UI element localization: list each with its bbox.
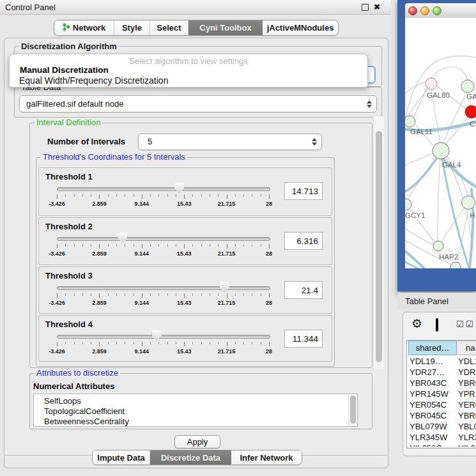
minor-tick [91, 194, 91, 197]
minor-tick [91, 342, 91, 344]
close-window-icon[interactable] [408, 6, 417, 15]
attributes-scrollbar-thumb[interactable] [350, 395, 356, 424]
tab-network[interactable]: Network [54, 20, 114, 35]
slider-handle-2[interactable] [118, 233, 127, 243]
tab-discretize-data[interactable]: Discretize Data [150, 450, 231, 464]
slider-track-3[interactable] [57, 286, 270, 290]
minor-tick [243, 293, 244, 296]
float-window-icon[interactable] [362, 4, 369, 11]
tab-select[interactable]: Select [150, 20, 188, 35]
major-tick [57, 194, 58, 199]
table-row[interactable]: YER054CYER0 [408, 399, 476, 410]
column-header-shared-name[interactable]: shared… [408, 341, 457, 355]
threshold-value-field-2[interactable]: 6.316 [284, 232, 323, 250]
table-row[interactable]: YPR145WYPR1 [408, 388, 476, 399]
cell-shared-name[interactable]: YDL19… [408, 356, 457, 367]
table-row[interactable]: YDR27…YDR2 [408, 367, 476, 378]
tick-label: -3.426 [49, 250, 65, 257]
minor-tick [210, 293, 210, 296]
cell-name[interactable]: YDL1 [457, 356, 476, 367]
node-label-hap2: HAP2 [439, 253, 458, 261]
minor-tick [167, 244, 168, 247]
slider-track-4[interactable] [57, 335, 270, 339]
attribute-list-item[interactable]: BetweennessCentrality [34, 417, 357, 427]
cell-name[interactable]: YLR3 [457, 432, 476, 443]
network-edge [405, 152, 436, 165]
threshold-value-field-4[interactable]: 11.344 [284, 330, 323, 348]
table-hscrollbar-thumb[interactable] [410, 448, 473, 449]
cell-name[interactable]: YBL0 [457, 421, 476, 432]
menu-item-equal-width-frequency[interactable]: Equal Width/Frequency Discretization [19, 75, 168, 86]
slider-handle-4[interactable] [152, 330, 162, 341]
table-data-combobox[interactable]: galFiltered.sif default node [19, 95, 377, 112]
h-node[interactable] [462, 196, 475, 210]
settings-scrollbar[interactable] [373, 116, 384, 369]
attributes-list-scrollbar[interactable] [348, 394, 357, 426]
threshold-value-field-1[interactable]: 14.713 [284, 182, 323, 200]
tab-infer-network[interactable]: Infer Network [231, 450, 302, 464]
hap2-node[interactable] [433, 241, 443, 251]
cell-name[interactable]: YPR1 [457, 388, 476, 399]
tab-impute-data[interactable]: Impute Data [93, 450, 150, 464]
cell-name[interactable]: YDR2 [457, 367, 476, 378]
table-row[interactable]: YLR345WYLR3 [408, 432, 476, 443]
cell-shared-name[interactable]: YBR043C [408, 378, 457, 388]
cell-shared-name[interactable]: YBR045C [408, 410, 457, 421]
cell-shared-name[interactable]: YBL079W [408, 421, 457, 432]
checkbox-checked-icon[interactable]: ☑ [466, 320, 473, 328]
threshold-value-field-3[interactable]: 21.4 [284, 281, 323, 299]
pink-node[interactable] [426, 78, 437, 89]
table-row[interactable]: YBR045CYBR0 [408, 410, 476, 421]
cell-shared-name[interactable]: YDR27… [408, 367, 457, 378]
network-canvas[interactable]: GAL80GACGAL11GAL4GCY1HHAP2 [405, 18, 476, 268]
cell-name[interactable]: YBR0 [457, 410, 476, 421]
minor-tick [218, 342, 219, 344]
table-row[interactable]: YBR043CYBR0 [408, 378, 476, 388]
minor-tick [108, 194, 109, 197]
split-columns-icon[interactable] [436, 318, 438, 332]
left-green[interactable] [405, 116, 415, 127]
attribute-list-item[interactable]: SelfLoops [34, 396, 357, 406]
bottom-node[interactable] [450, 262, 461, 268]
tab-cyni-toolbox[interactable]: Cyni Toolbox [188, 20, 263, 35]
attribute-list-item[interactable]: TopologicalCoefficient [34, 406, 357, 417]
minimize-window-icon[interactable] [420, 6, 429, 15]
table-hscrollbar[interactable] [407, 447, 476, 449]
gcy1-node[interactable] [405, 199, 411, 210]
panel-divider[interactable] [391, 0, 397, 476]
cell-name[interactable]: YER0 [457, 399, 476, 410]
cell-shared-name[interactable]: YPR145W [408, 388, 457, 399]
table-row[interactable]: YBL079WYBL0 [408, 421, 476, 432]
table-row[interactable]: YDL19…YDL1 [408, 356, 476, 367]
zoom-window-icon[interactable] [433, 6, 441, 15]
tab-style[interactable]: Style [114, 20, 150, 35]
cell-name[interactable]: YBR0 [457, 378, 476, 388]
red-node[interactable] [465, 105, 476, 118]
top-green[interactable] [461, 80, 474, 93]
apply-button[interactable]: Apply [174, 435, 220, 449]
column-header-name[interactable]: na [457, 341, 476, 355]
settings-scrollbar-thumb[interactable] [376, 131, 382, 362]
minor-tick [134, 244, 134, 247]
network-graph: GAL80GACGAL11GAL4GCY1HHAP2 [405, 18, 476, 268]
minor-tick [210, 244, 210, 247]
checkbox-checked-icon[interactable]: ☑ [456, 320, 464, 328]
minor-tick [74, 342, 75, 344]
menu-item-manual-discretization[interactable]: Manual Discretization [20, 65, 109, 75]
slider-handle-1[interactable] [174, 183, 184, 194]
tab-jactivemnodules[interactable]: jActiveMNodules [263, 20, 338, 35]
minor-tick [176, 244, 176, 247]
slider-handle-3[interactable] [220, 282, 229, 293]
network-window-titlebar[interactable] [405, 3, 476, 19]
number-of-intervals-combobox[interactable]: 5 [138, 134, 322, 150]
gear-icon[interactable]: ⚙ [411, 318, 422, 330]
cell-shared-name[interactable]: YLR345W [408, 432, 457, 443]
close-icon[interactable]: ✖ [374, 3, 380, 11]
network-edge [438, 159, 440, 241]
slider-track-1[interactable] [57, 187, 270, 191]
table-panel-title: Table Panel [405, 296, 449, 306]
gal4-node[interactable] [433, 142, 449, 159]
table-rows: YDL19…YDL1YDR27…YDR2YBR043CYBR0YPR145WYP… [408, 356, 476, 449]
slider-track-2[interactable] [57, 237, 270, 241]
cell-shared-name[interactable]: YER054C [408, 399, 457, 410]
